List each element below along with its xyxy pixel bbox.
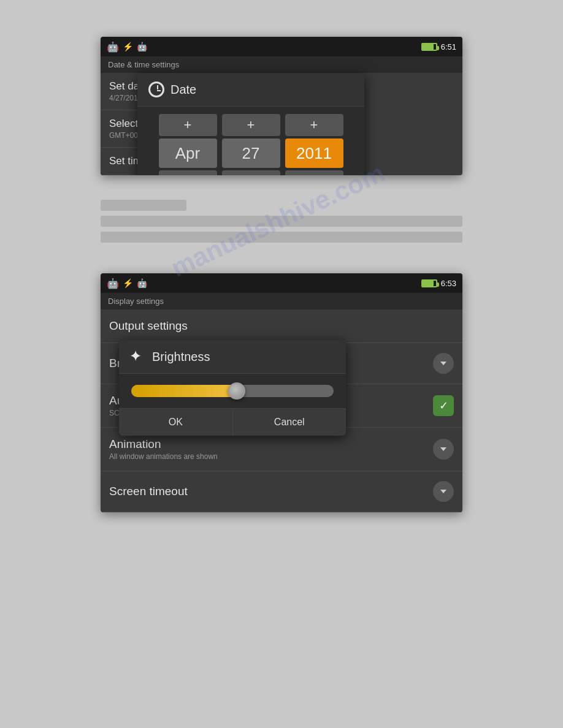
middle-section: manualshhive.com (101, 200, 462, 249)
slider-fill (131, 385, 237, 397)
day-plus-btn[interactable]: + (222, 114, 280, 136)
year-col: + 2011 − (285, 114, 343, 175)
brightness-cancel-btn[interactable]: Cancel (233, 409, 347, 436)
brightness-dialog-title: Brightness (152, 350, 210, 364)
brightness-ok-btn[interactable]: OK (119, 409, 233, 436)
year-value: 2011 (285, 138, 343, 168)
usb-icon: ⚡ (123, 42, 133, 51)
battery-icon (421, 43, 437, 51)
title-text-2: Display settings (108, 297, 164, 306)
title-bar-2: Display settings (101, 293, 462, 309)
brightness-dialog-buttons: OK Cancel (119, 408, 346, 436)
screen1: 🤖 ⚡ 🤖 6:51 Date & time settings Set date… (101, 37, 462, 175)
status-bar-2: 🤖 ⚡ 🤖 6:53 (101, 273, 462, 293)
battery-fill (423, 44, 434, 50)
status-right-2: 6:53 (421, 279, 456, 288)
month-col: + Apr − (159, 114, 217, 175)
year-plus-btn[interactable]: + (285, 114, 343, 136)
status-right: 6:51 (421, 42, 456, 51)
battery-fill-2 (423, 281, 434, 286)
clock-icon (148, 82, 164, 97)
robot2-icon: 🤖 (137, 42, 147, 51)
grey-bar-short (101, 200, 186, 211)
animation-dropdown-btn[interactable] (433, 439, 454, 460)
month-minus-btn[interactable]: − (159, 170, 217, 175)
day-col: + 27 − (222, 114, 280, 175)
date-dialog: Date + Apr − + 27 − + 2011 (137, 73, 364, 175)
chevron-down-icon-3 (439, 487, 448, 496)
month-plus-btn[interactable]: + (159, 114, 217, 136)
time-display-2: 6:53 (441, 279, 456, 288)
screen1-body: Set date 4/27/2011 Select time GMT+00:00… (101, 73, 462, 175)
time-display-1: 6:51 (441, 42, 456, 51)
brightness-slider-track[interactable] (131, 385, 334, 397)
brightness-header: ✦ Brightness (119, 340, 346, 374)
svg-marker-2 (440, 490, 446, 493)
dialog-title: Date (170, 83, 196, 97)
robot2-icon-2: 🤖 (137, 278, 147, 288)
day-minus-btn[interactable]: − (222, 170, 280, 175)
animation-title: Animation (109, 438, 218, 451)
status-icons-left-2: 🤖 ⚡ 🤖 (107, 278, 147, 289)
slider-container (119, 374, 346, 408)
sun-icon: ✦ (130, 349, 146, 365)
screen2-body: Output settings Brightness Auto-rotate S… (101, 309, 462, 512)
svg-marker-0 (440, 362, 446, 365)
autorotate-check-btn[interactable]: ✓ (433, 395, 454, 416)
chevron-down-icon-2 (439, 444, 448, 454)
month-value: Apr (159, 138, 217, 168)
grey-bar-long-2 (101, 232, 462, 243)
year-minus-btn[interactable]: − (285, 170, 343, 175)
screentimeout-title: Screen timeout (109, 485, 188, 498)
status-bar-1: 🤖 ⚡ 🤖 6:51 (101, 37, 462, 56)
brightness-dialog: ✦ Brightness OK Cancel (119, 340, 346, 436)
grey-bar-long-1 (101, 216, 462, 227)
day-value: 27 (222, 138, 280, 168)
dialog-header: Date (137, 73, 364, 107)
chevron-down-icon (439, 358, 448, 368)
slider-thumb[interactable] (228, 382, 245, 400)
animation-sub: All window animations are shown (109, 452, 218, 461)
screen2: 🤖 ⚡ 🤖 6:53 Display settings Output setti… (101, 273, 462, 512)
android-logo-icon-2: 🤖 (107, 278, 119, 289)
title-text-1: Date & time settings (108, 60, 179, 69)
usb-icon-2: ⚡ (123, 278, 133, 288)
title-bar-1: Date & time settings (101, 56, 462, 73)
android-logo-icon: 🤖 (107, 41, 119, 53)
check-icon: ✓ (439, 399, 448, 412)
display-item-screentimeout[interactable]: Screen timeout (101, 471, 462, 512)
svg-marker-1 (440, 447, 446, 451)
display-item-output[interactable]: Output settings (101, 309, 462, 343)
screentimeout-dropdown-btn[interactable] (433, 481, 454, 502)
date-picker: + Apr − + 27 − + 2011 − (137, 107, 364, 175)
status-icons-left: 🤖 ⚡ 🤖 (107, 41, 147, 53)
battery-icon-2 (421, 279, 437, 287)
output-title: Output settings (109, 319, 188, 333)
brightness-dropdown-btn[interactable] (433, 353, 454, 374)
